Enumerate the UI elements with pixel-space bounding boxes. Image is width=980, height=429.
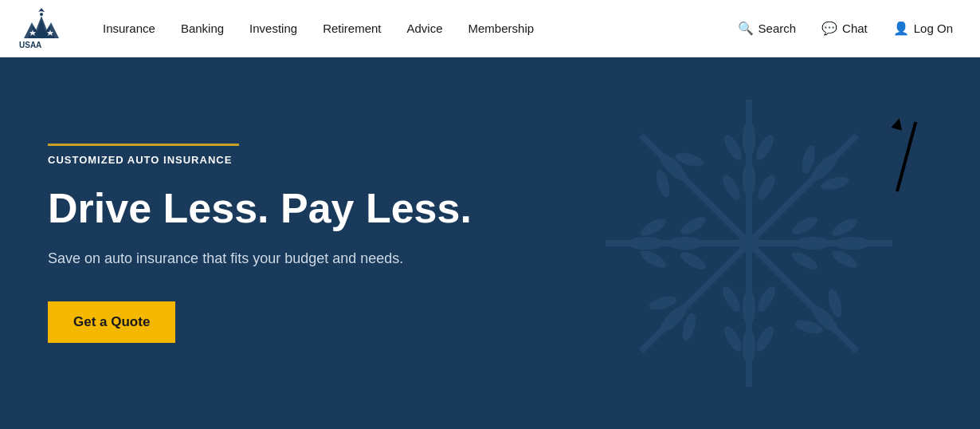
svg-point-28 — [638, 215, 668, 239]
hero-eyebrow-line — [48, 144, 239, 146]
svg-point-44 — [826, 288, 845, 318]
nav-item-advice[interactable]: Advice — [396, 15, 454, 41]
nav-item-insurance[interactable]: Insurance — [92, 15, 167, 41]
svg-point-25 — [790, 214, 820, 238]
user-icon: 👤 — [893, 21, 909, 36]
svg-text:USAA: USAA — [19, 41, 41, 49]
svg-point-18 — [743, 289, 755, 325]
svg-point-32 — [678, 249, 708, 273]
svg-point-35 — [820, 175, 850, 193]
svg-point-13 — [719, 172, 743, 203]
hero-title: Drive Less. Pay Less. — [48, 185, 472, 233]
svg-point-14 — [755, 172, 778, 203]
svg-point-27 — [628, 237, 663, 250]
svg-point-41 — [654, 168, 672, 199]
logo[interactable]: USAA — [16, 8, 68, 49]
nav-item-banking[interactable]: Banking — [170, 15, 235, 41]
svg-point-22 — [829, 215, 860, 239]
svg-point-17 — [753, 324, 777, 354]
svg-point-38 — [648, 294, 678, 313]
logon-button[interactable]: 👤 Log On — [882, 14, 964, 42]
svg-point-29 — [638, 247, 668, 271]
svg-point-11 — [753, 132, 777, 163]
navbar: USAA Insurance Banking Investing Retirem… — [0, 0, 980, 57]
svg-point-20 — [755, 284, 778, 314]
nav-item-investing[interactable]: Investing — [238, 15, 308, 41]
svg-point-15 — [743, 329, 755, 364]
svg-point-4 — [40, 13, 43, 16]
chat-label: Chat — [842, 22, 868, 35]
nav-item-retirement[interactable]: Retirement — [312, 15, 392, 41]
svg-point-9 — [743, 122, 755, 157]
nav-links: Insurance Banking Investing Retirement A… — [92, 15, 727, 41]
svg-point-10 — [721, 132, 745, 163]
hero-section: CUSTOMIZED AUTO INSURANCE Drive Less. Pa… — [0, 57, 980, 429]
chat-button[interactable]: 💬 Chat — [810, 14, 879, 42]
nav-item-membership[interactable]: Membership — [457, 15, 546, 41]
get-a-quote-button[interactable]: Get a Quote — [48, 301, 175, 343]
svg-point-12 — [743, 162, 755, 197]
nav-actions: 🔍 Search 💬 Chat 👤 Log On — [727, 14, 964, 42]
hero-subtitle: Save on auto insurance that fits your bu… — [48, 248, 472, 270]
svg-point-21 — [835, 237, 870, 250]
usaa-logo-icon: USAA — [16, 8, 68, 49]
svg-point-19 — [719, 284, 743, 314]
search-icon: 🔍 — [738, 21, 754, 36]
hero-eyebrow: CUSTOMIZED AUTO INSURANCE — [48, 154, 472, 166]
search-button[interactable]: 🔍 Search — [727, 14, 808, 42]
hero-content: CUSTOMIZED AUTO INSURANCE Drive Less. Pa… — [48, 144, 472, 344]
hero-decoration-icon — [582, 76, 916, 411]
svg-point-24 — [795, 237, 830, 250]
svg-point-26 — [790, 249, 820, 273]
svg-point-30 — [668, 237, 703, 250]
svg-point-45 — [739, 234, 759, 253]
search-label: Search — [759, 22, 797, 35]
svg-point-31 — [678, 214, 708, 238]
chat-icon: 💬 — [821, 21, 837, 36]
svg-point-16 — [721, 324, 745, 354]
logon-label: Log On — [914, 22, 953, 35]
svg-point-23 — [829, 247, 860, 271]
